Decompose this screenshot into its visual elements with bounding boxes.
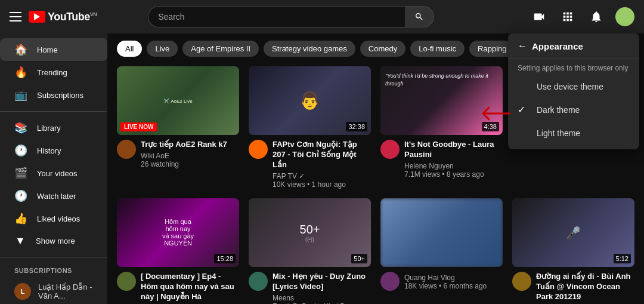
video-create-button[interactable] [530,7,549,26]
option-label-light: Light theme [537,128,580,138]
thumb-icon-7: 🎤 [566,226,581,240]
appearance-back-button[interactable]: ← [518,41,527,51]
video-card-5[interactable]: 50+ ((•)) 50+ Mix - Hẹn yêu - Duy Zuno [… [249,198,371,304]
camera-icon [532,10,546,23]
check-dark: ✓ [518,104,530,115]
home-icon: 🏠 [14,43,27,56]
video-channel-0: Wiki AoE [141,152,239,160]
video-channel-1: FAP TV ✓ [273,172,371,180]
video-card-0[interactable]: ⚔️ AoE2 Live LIVE NOW Trực tiếp AoE2 Ran… [117,66,239,189]
user-avatar[interactable] [615,7,634,26]
video-info-5: Mix - Hẹn yêu - Duy Zuno [Lyrics Video] … [273,272,371,304]
logo[interactable]: YouTubeVN [29,11,97,23]
sidebar-item-history[interactable]: 🕐 History [0,139,107,162]
video-title-5: Mix - Hẹn yêu - Duy Zuno [Lyrics Video] [273,272,371,292]
sidebar-item-label: Library [37,124,61,133]
search-icon [414,12,424,22]
filter-chip-aoe[interactable]: Age of Empires II [182,41,259,57]
live-badge-0: LIVE NOW [120,122,157,131]
sidebar-item-trending[interactable]: 🔥 Trending [0,61,107,84]
video-card-4[interactable]: Hôm quahôm nayvà sau nàyNGUYỄN 15:28 [ D… [117,198,239,304]
appearance-option-dark[interactable]: ✓ Dark theme [508,98,639,121]
sidebar-item-label: Watch later [37,192,76,201]
sidebar-item-label: Liked videos [37,214,80,223]
thumb-text-4: Hôm quahôm nayvà sau nàyNGUYỄN [160,216,196,250]
video-meta-5: Mix - Hẹn yêu - Duy Zuno [Lyrics Video] … [249,272,371,304]
sidebar-item-label: History [37,146,61,155]
search-button[interactable] [405,6,434,27]
sidebar-item-label: Subscriptions [37,91,83,100]
notifications-button[interactable] [587,7,606,26]
video-card-7[interactable]: 🎤 5:12 Đường ai nấy đi - Bùi Anh Tuấn @ … [512,198,634,304]
header-left: YouTubeVN [10,11,97,23]
search-input[interactable] [148,6,405,27]
sidebar-item-show-more[interactable]: ▼ Show more [0,230,107,252]
duration-badge-7: 5:12 [614,254,631,263]
liked-icon: 👍 [14,212,27,225]
sub-item-0[interactable]: L Luật Hấp Dẫn - Văn A... [0,279,107,304]
appearance-title: Appearance [532,41,583,51]
trending-icon: 🔥 [14,66,27,79]
appearance-dropdown: ← Appearance Setting applies to this bro… [508,33,639,149]
subscriptions-icon: 📺 [14,88,27,102]
library-icon: 📚 [14,121,27,134]
show-more-icon: ▼ [14,235,26,247]
sidebar-item-watch-later[interactable]: 🕐 Watch later [0,185,107,207]
filter-chip-live[interactable]: Live [147,41,178,57]
filter-chip-all[interactable]: All [117,41,142,57]
video-card-2[interactable]: "You'd think I'd be strong enough to mak… [380,66,503,189]
filter-chip-lofi[interactable]: Lo-fi music [410,41,465,57]
channel-avatar-5 [249,272,268,291]
appearance-option-light[interactable]: ✓ Light theme [508,121,639,145]
video-stats-2: 7.1M views • 8 years ago [404,170,503,179]
video-meta-0: Trực tiếp AoE2 Rank k7 Wiki AoE 26 watch… [117,140,239,168]
header: YouTubeVN [0,0,644,33]
thumb-text-0: ⚔️ AoE2 Live [163,98,192,103]
duration-badge-2: 4:38 [482,122,499,131]
video-card-6[interactable]: Quang Hai Vlog 18K views • 6 months ago [380,198,503,304]
filter-chip-strategy[interactable]: Strategy video games [264,41,355,57]
sidebar-item-your-videos[interactable]: 🎬 Your videos [0,162,107,185]
video-info-4: [ Documentary ] Ep4 - Hôm qua hôm nay và… [141,272,239,304]
sidebar-item-label: Home [37,45,58,54]
duration-badge-5: 50+ [351,254,367,263]
header-right [530,7,634,26]
sub-avatar-0: L [14,283,31,300]
option-label-device: Use device theme [537,82,603,91]
appearance-subtitle: Setting applies to this browser only [508,59,639,75]
video-meta-6: Quang Hai Vlog 18K views • 6 months ago [380,272,503,291]
video-info-0: Trực tiếp AoE2 Rank k7 Wiki AoE 26 watch… [141,140,239,168]
video-title-4: [ Documentary ] Ep4 - Hôm qua hôm nay và… [141,272,239,302]
channel-avatar-2 [380,140,400,159]
video-stats-6: 18K views • 6 months ago [404,282,503,290]
video-stats-0: 26 watching [141,160,239,168]
your-videos-icon: 🎬 [14,167,27,180]
video-channel-6: Quang Hai Vlog [404,274,503,282]
sidebar-item-label: Show more [36,237,75,245]
sidebar-item-subscriptions[interactable]: 📺 Subscriptions [0,84,107,106]
video-meta-1: FAPtv Cơm Nguội: Tập 207 - Tôi Chỉ Sống … [249,140,371,189]
channel-avatar-6 [380,272,400,291]
sidebar-item-liked-videos[interactable]: 👍 Liked videos [0,207,107,230]
subscriptions-title: SUBSCRIPTIONS [0,262,107,279]
video-title-2: It's Not Goodbye - Laura Pausini [404,140,503,160]
history-icon: 🕐 [14,144,27,157]
apps-button[interactable] [558,7,577,26]
video-title-1: FAPtv Cơm Nguội: Tập 207 - Tôi Chỉ Sống … [273,140,371,170]
duration-badge-1: 32:38 [346,122,367,131]
video-info-2: It's Not Goodbye - Laura Pausini Helene … [404,140,503,179]
sidebar-item-library[interactable]: 📚 Library [0,116,107,139]
thumb-text-2: "You'd think I'd be strong enough to mak… [385,72,498,87]
video-channel-2: Helene Nguyen [404,162,503,170]
apps-icon [561,10,574,23]
filter-chip-comedy[interactable]: Comedy [360,41,405,57]
hamburger-menu[interactable] [10,12,21,22]
video-meta-4: [ Documentary ] Ep4 - Hôm qua hôm nay và… [117,272,239,304]
duration-badge-4: 15:28 [214,254,236,263]
video-card-1[interactable]: 👨 32:38 FAPtv Cơm Nguội: Tập 207 - Tôi C… [249,66,371,189]
watch-later-icon: 🕐 [14,189,27,202]
sidebar-item-home[interactable]: 🏠 Home [0,38,107,61]
appearance-option-device[interactable]: ✓ Use device theme [508,75,639,98]
video-title-0: Trực tiếp AoE2 Rank k7 [141,140,239,150]
video-meta-7: Đường ai nấy đi - Bùi Anh Tuấn @ Vincom … [512,272,634,304]
